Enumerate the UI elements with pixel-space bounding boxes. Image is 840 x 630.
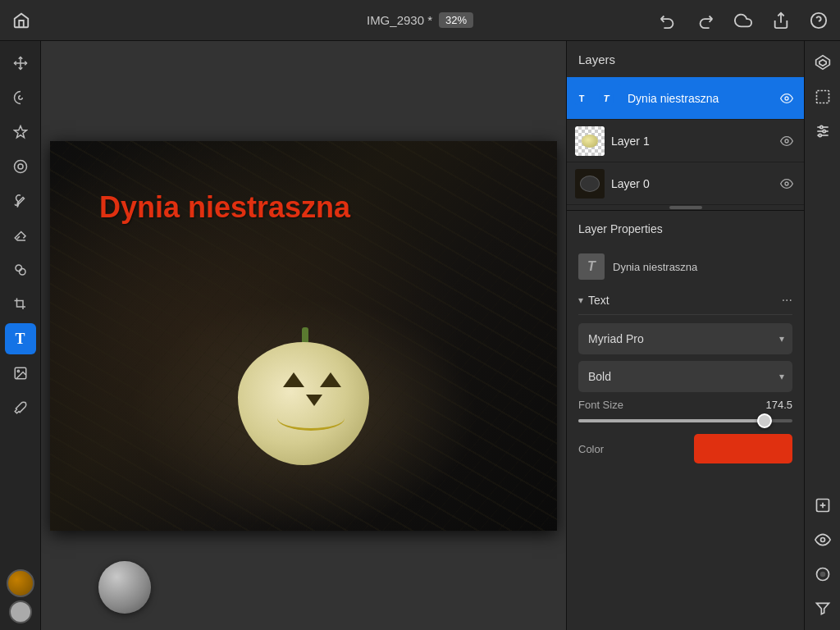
healing-tool-button[interactable]: [5, 151, 36, 182]
svg-point-8: [16, 265, 22, 272]
zoom-level[interactable]: 32%: [439, 12, 473, 28]
font-size-slider-row: [578, 419, 792, 422]
svg-marker-17: [815, 56, 829, 70]
record-button[interactable]: [810, 561, 836, 587]
text-section-header: ▾ Text ···: [578, 286, 792, 315]
layers-panel-toggle[interactable]: [810, 49, 836, 75]
layer-properties-header: Layer Properties: [567, 211, 804, 247]
cloud-button[interactable]: [732, 9, 755, 32]
text-properties: ▾ Text ··· Myriad Pro: [567, 286, 804, 630]
adjustments-panel-toggle[interactable]: [810, 118, 836, 144]
lp-layer-title: Dynia niestraszna: [613, 261, 697, 273]
selection-panel-toggle[interactable]: [810, 84, 836, 110]
text-badge: T: [575, 92, 588, 105]
svg-marker-5: [14, 126, 26, 138]
svg-point-7: [18, 164, 23, 169]
top-bar: IMG_2930 * 32%: [0, 0, 840, 41]
left-toolbar: T: [0, 41, 41, 630]
pumpkin-smile: [277, 406, 345, 431]
clone-stamp-button[interactable]: [5, 254, 36, 285]
lasso-tool-button[interactable]: [5, 82, 36, 113]
layers-panel: Layers T T Dynia niestraszna: [567, 41, 804, 205]
layer-name-0: Layer 0: [611, 177, 771, 190]
magic-wand-button[interactable]: [5, 116, 36, 148]
svg-point-14: [785, 97, 788, 100]
svg-point-16: [785, 182, 788, 185]
color-label: Color: [578, 443, 604, 455]
text-section-more-button[interactable]: ···: [782, 293, 792, 308]
layer-thumb-checker: [575, 126, 605, 156]
svg-point-23: [819, 126, 822, 128]
layer-item-0[interactable]: Layer 0: [567, 162, 804, 205]
top-bar-left: [10, 9, 33, 32]
color-picker-circle[interactable]: [98, 561, 151, 614]
svg-point-6: [14, 161, 26, 173]
move-tool-button[interactable]: [5, 48, 36, 79]
layer-visibility-0[interactable]: [778, 175, 796, 193]
undo-button[interactable]: [656, 9, 679, 32]
divider-bar: [669, 206, 702, 209]
redo-button[interactable]: [694, 9, 717, 32]
text-section-left: ▾ Text: [578, 294, 609, 307]
help-button[interactable]: [807, 9, 830, 32]
font-family-wrapper: Myriad Pro: [578, 323, 792, 354]
svg-point-25: [819, 134, 821, 136]
pumpkin-eye-left: [283, 372, 304, 387]
pumpkin-eye-right: [320, 372, 341, 387]
share-button[interactable]: [769, 9, 792, 32]
layer-visibility-dynia[interactable]: [778, 89, 796, 107]
layer-thumb-text: T: [591, 84, 621, 113]
canvas-container: Dynia niestraszna: [50, 141, 557, 531]
layer-1-preview: [582, 135, 598, 148]
top-bar-right: [656, 9, 830, 32]
canvas-area: Dynia niestraszna: [41, 41, 566, 630]
visibility-button[interactable]: [810, 527, 836, 553]
font-size-label: Font Size: [578, 399, 623, 411]
font-size-slider-thumb[interactable]: [757, 413, 772, 428]
color-preview-swatch[interactable]: [694, 434, 792, 463]
canvas-image[interactable]: Dynia niestraszna: [50, 141, 557, 531]
layer-visibility-1[interactable]: [778, 132, 796, 150]
layer-properties-panel: Layer Properties T Dynia niestraszna ▾ T…: [567, 210, 804, 630]
crop-tool-button[interactable]: [5, 289, 36, 320]
font-size-value: 174.5: [765, 399, 792, 411]
font-family-row: Myriad Pro: [578, 323, 792, 354]
font-family-dropdown[interactable]: Myriad Pro: [578, 323, 792, 354]
image-tool-button[interactable]: [5, 358, 36, 389]
add-layer-button[interactable]: [810, 492, 836, 518]
color-swatch-row: Color: [578, 434, 792, 463]
pumpkin-body: [238, 342, 369, 465]
smart-filter-button[interactable]: [810, 596, 836, 622]
text-section-chevron[interactable]: ▾: [578, 294, 583, 306]
home-button[interactable]: [10, 9, 33, 32]
background-color-swatch[interactable]: [9, 600, 32, 623]
svg-marker-18: [819, 60, 825, 66]
layer-item-1[interactable]: Layer 1: [567, 120, 804, 162]
right-panels: Layers T T Dynia niestraszna: [566, 41, 804, 630]
pumpkin-illustration: [230, 334, 377, 465]
eraser-tool-button[interactable]: [5, 220, 36, 251]
font-family-value: Myriad Pro: [588, 332, 644, 345]
font-style-dropdown[interactable]: Bold: [578, 361, 792, 392]
pumpkin-stem: [302, 327, 308, 344]
right-panel-area: Layers T T Dynia niestraszna: [566, 41, 840, 630]
top-bar-center: IMG_2930 * 32%: [367, 12, 473, 28]
lp-layer-thumbnail: T: [578, 253, 605, 280]
type-tool-button[interactable]: T: [5, 323, 36, 354]
svg-point-15: [785, 139, 788, 143]
gray-circle-display: [98, 561, 151, 614]
font-size-slider-fill: [578, 419, 767, 422]
foreground-color-swatch[interactable]: [7, 569, 34, 597]
eyedropper-tool-button[interactable]: [5, 392, 36, 423]
lp-layer-name-row: T Dynia niestraszna: [567, 247, 804, 286]
font-style-wrapper: Bold: [578, 361, 792, 392]
layer-name-1: Layer 1: [611, 135, 771, 148]
main-content: T: [0, 41, 840, 630]
font-size-slider-track[interactable]: [578, 419, 792, 422]
svg-point-29: [820, 538, 824, 542]
svg-point-11: [17, 370, 19, 372]
pumpkin-nose: [306, 395, 322, 406]
brush-tool-button[interactable]: [5, 185, 36, 217]
text-section-title: Text: [588, 294, 609, 307]
layer-item-dynia[interactable]: T T Dynia niestraszna: [567, 77, 804, 120]
